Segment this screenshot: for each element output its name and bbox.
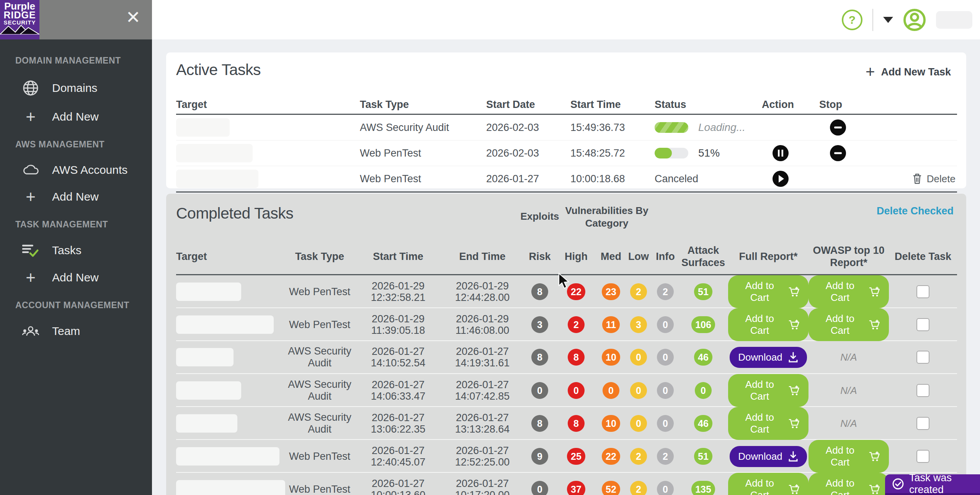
action-cell	[762, 171, 819, 187]
target-cell	[176, 118, 360, 137]
risk-badge: 0	[531, 382, 548, 399]
close-icon[interactable]: ✕	[126, 8, 140, 26]
completed-task-row: Web PenTest2026-01-2710:00:13.602026-01-…	[176, 473, 957, 495]
start-time: 10:00:13.60	[371, 489, 426, 495]
stop-button[interactable]	[830, 145, 846, 161]
delete-task-checkbox[interactable]	[916, 285, 929, 298]
tasks-check-icon	[22, 243, 39, 257]
toast-task-created: Task was created	[885, 474, 980, 495]
delete-checked-link[interactable]: Delete Checked	[873, 204, 954, 217]
attack-surfaces-badge: 51	[694, 283, 712, 300]
add-to-cart-button[interactable]: Add to Cart	[808, 473, 889, 495]
topbar-divider	[872, 9, 873, 31]
cart-plus-icon	[788, 484, 800, 495]
plus-icon: +	[26, 190, 36, 203]
end-date: 2026-01-27	[456, 478, 509, 489]
task-type-cell: Web PenTest	[283, 484, 356, 495]
start-time: 12:40:45.07	[371, 456, 426, 468]
target-cell	[176, 144, 360, 162]
target-cell	[176, 414, 283, 433]
delete-task-checkbox[interactable]	[916, 450, 929, 463]
cloud-icon	[22, 163, 39, 176]
stop-icon	[830, 145, 846, 161]
attack-surfaces-cell: 51	[678, 448, 728, 465]
delete-task-checkbox[interactable]	[916, 318, 929, 331]
sidebar-item-add-new[interactable]: +Add New	[22, 110, 152, 123]
stop-button[interactable]	[830, 119, 846, 136]
delete-task-checkbox[interactable]	[916, 384, 929, 397]
delete-task-cell	[889, 351, 957, 364]
stop-cell	[819, 119, 877, 136]
info-cell: 0	[652, 415, 678, 432]
delete-task-checkbox[interactable]	[916, 351, 929, 364]
active-column-header: Start Time	[570, 99, 655, 111]
progress-stripes	[655, 122, 688, 133]
download-button[interactable]: Download	[730, 446, 807, 467]
active-task-row: AWS Security Audit2026-02-0315:49:36.73L…	[176, 115, 957, 140]
na-label: N/A	[840, 351, 857, 363]
sidebar-item-tasks[interactable]: Tasks	[22, 243, 152, 257]
pause-button[interactable]	[773, 145, 789, 161]
download-button[interactable]: Download	[730, 347, 807, 368]
end-time: 12:44:28.00	[455, 292, 510, 303]
play-button[interactable]	[773, 171, 789, 187]
completed-column-header: Task Type	[283, 250, 356, 263]
sidebar-item-aws-accounts[interactable]: AWS Accounts	[22, 163, 152, 176]
start-time: 11:39:05.18	[371, 325, 425, 336]
help-icon[interactable]: ?	[842, 10, 862, 30]
target-cell	[176, 381, 283, 400]
button-label: Add to Cart	[737, 412, 783, 435]
completed-column-header: End Time	[440, 250, 524, 263]
add-to-cart-button[interactable]: Add to Cart	[728, 473, 808, 495]
low-badge: 0	[630, 382, 647, 399]
sidebar-item-team[interactable]: Team	[22, 324, 152, 338]
add-to-cart-button[interactable]: Add to Cart	[808, 308, 889, 341]
info-badge: 2	[657, 283, 674, 300]
active-tasks-panel: Active Tasks + Add New Task TargetTask T…	[166, 52, 966, 188]
risk-badge: 8	[531, 415, 548, 432]
add-to-cart-button[interactable]: Add to Cart	[728, 374, 808, 407]
active-task-row: Web PenTest2026-02-0315:48:25.7251%	[176, 140, 957, 166]
attack-surfaces-badge: 135	[691, 481, 715, 495]
sidebar-section-label: ACCOUNT MANAGEMENT	[15, 300, 152, 310]
button-label: Add to Cart	[737, 477, 783, 495]
progress-fill	[655, 148, 672, 158]
add-to-cart-button[interactable]: Add to Cart	[728, 275, 808, 308]
sidebar-item-add-new[interactable]: +Add New	[22, 271, 152, 284]
risk-cell: 8	[524, 349, 555, 366]
owasp-report-cell: Add to Cart	[808, 473, 889, 495]
cart-plus-icon	[788, 286, 800, 297]
task-type-cell: Web PenTest	[283, 451, 356, 462]
sidebar-item-label: Add New	[52, 110, 99, 123]
redacted-target	[176, 348, 234, 366]
sidebar-item-domains[interactable]: Domains	[22, 80, 152, 96]
redacted-target	[176, 480, 285, 495]
start-date-cell: 2026-01-27	[486, 173, 570, 185]
sidebar-section-label: AWS MANAGEMENT	[15, 139, 152, 150]
active-column-header: Stop	[819, 99, 877, 111]
low-badge: 3	[630, 316, 647, 333]
add-to-cart-button[interactable]: Add to Cart	[808, 440, 889, 473]
start-time: 12:32:58.21	[371, 292, 426, 303]
sidebar-item-add-new[interactable]: +Add New	[22, 190, 152, 203]
delete-task-button[interactable]: Delete	[877, 173, 957, 185]
start-time-cell: 2026-01-2911:39:05.18	[356, 313, 440, 336]
delete-task-checkbox[interactable]	[916, 417, 929, 430]
start-time: 13:06:22.35	[371, 423, 426, 435]
owasp-report-cell: N/A	[808, 418, 889, 430]
low-badge: 2	[630, 448, 647, 465]
add-new-task-button[interactable]: + Add New Task	[866, 65, 951, 78]
completed-column-header: Delete Task	[889, 250, 957, 263]
full-report-cell: Add to Cart	[728, 473, 808, 495]
risk-badge: 8	[531, 283, 548, 300]
add-to-cart-button[interactable]: Add to Cart	[808, 275, 889, 308]
button-label: Add to Cart	[817, 477, 863, 495]
attack-surfaces-badge: 0	[695, 382, 712, 399]
user-avatar-icon[interactable]	[903, 8, 926, 31]
add-to-cart-button[interactable]: Add to Cart	[728, 308, 808, 341]
add-to-cart-button[interactable]: Add to Cart	[728, 407, 808, 440]
button-label: Download	[738, 351, 782, 363]
chevron-down-icon[interactable]	[883, 17, 893, 23]
exploits-group-header: Exploits	[513, 211, 567, 222]
risk-cell: 8	[524, 283, 555, 300]
